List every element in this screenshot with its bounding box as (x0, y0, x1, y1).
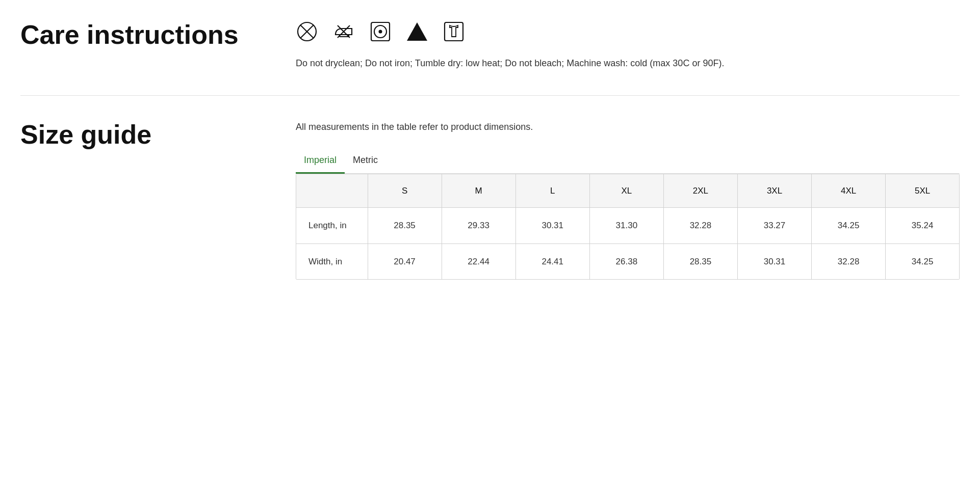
table-row: Length, in 28.35 29.33 30.31 31.30 32.28… (296, 208, 959, 244)
cell-length-3xl: 33.27 (737, 208, 811, 244)
size-description: All measurements in the table refer to p… (296, 120, 960, 134)
size-table: S M L XL 2XL 3XL 4XL 5XL Length, in (296, 174, 959, 280)
cell-width-4xl: 32.28 (812, 243, 886, 279)
cell-width-m: 22.44 (442, 243, 515, 279)
col-header-m: M (442, 174, 515, 208)
svg-rect-10 (445, 22, 463, 41)
svg-marker-9 (407, 22, 427, 41)
page-container: Care instructions (0, 0, 980, 324)
size-section: Size guide All measurements in the table… (20, 120, 960, 305)
tumble-dry-icon (369, 20, 392, 46)
col-header-5xl: 5XL (886, 174, 959, 208)
size-table-wrapper: S M L XL 2XL 3XL 4XL 5XL Length, in (296, 174, 960, 280)
row-label-length: Length, in (296, 208, 368, 244)
tab-metric[interactable]: Metric (345, 148, 386, 174)
no-dryclean-icon (296, 20, 318, 46)
cell-width-s: 20.47 (368, 243, 442, 279)
cell-length-s: 28.35 (368, 208, 442, 244)
table-header-row: S M L XL 2XL 3XL 4XL 5XL (296, 174, 959, 208)
cell-width-xl: 26.38 (589, 243, 663, 279)
size-content: All measurements in the table refer to p… (296, 120, 960, 280)
care-content: Do not dryclean; Do not iron; Tumble dry… (296, 20, 960, 71)
row-label-width: Width, in (296, 243, 368, 279)
cell-length-2xl: 32.28 (663, 208, 737, 244)
machine-wash-icon (443, 20, 465, 46)
size-guide-title: Size guide (20, 120, 265, 149)
care-title: Care instructions (20, 20, 265, 49)
col-header-empty (296, 174, 368, 208)
col-header-3xl: 3XL (737, 174, 811, 208)
tabs-row: Imperial Metric (296, 148, 960, 174)
cell-width-l: 24.41 (515, 243, 589, 279)
no-iron-icon (332, 20, 355, 46)
col-header-2xl: 2XL (663, 174, 737, 208)
tab-imperial[interactable]: Imperial (296, 148, 345, 174)
table-row: Width, in 20.47 22.44 24.41 26.38 28.35 … (296, 243, 959, 279)
cell-length-l: 30.31 (515, 208, 589, 244)
col-header-xl: XL (589, 174, 663, 208)
no-bleach-icon (406, 20, 428, 46)
cell-width-3xl: 30.31 (737, 243, 811, 279)
col-header-s: S (368, 174, 442, 208)
care-description: Do not dryclean; Do not iron; Tumble dry… (296, 56, 755, 71)
cell-width-2xl: 28.35 (663, 243, 737, 279)
col-header-4xl: 4XL (812, 174, 886, 208)
care-icons-row (296, 20, 960, 46)
svg-point-8 (379, 31, 382, 33)
cell-width-5xl: 34.25 (886, 243, 959, 279)
col-header-l: L (515, 174, 589, 208)
cell-length-m: 29.33 (442, 208, 515, 244)
care-section: Care instructions (20, 20, 960, 96)
cell-length-4xl: 34.25 (812, 208, 886, 244)
cell-length-xl: 31.30 (589, 208, 663, 244)
cell-length-5xl: 35.24 (886, 208, 959, 244)
